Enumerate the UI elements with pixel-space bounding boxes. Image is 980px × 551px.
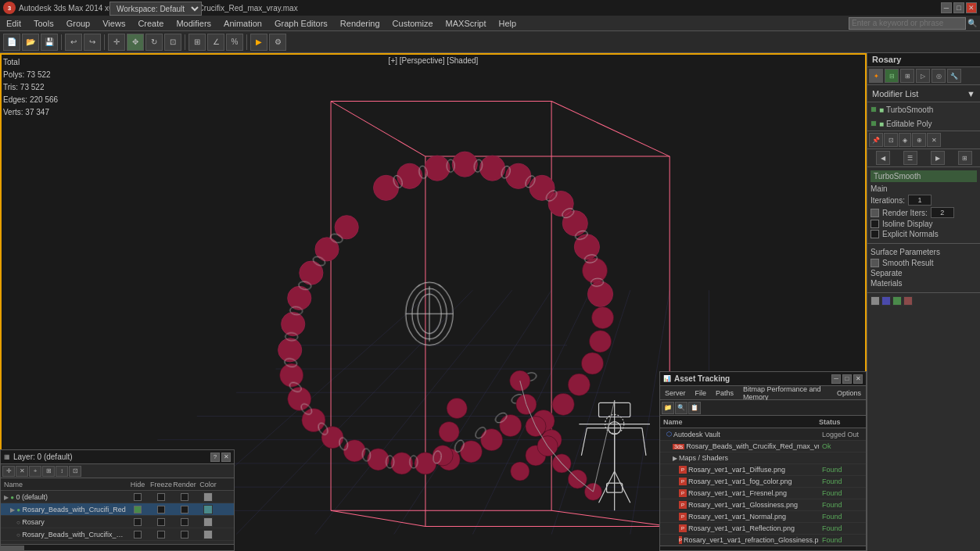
asset-scrollbar-h[interactable]: [660, 546, 866, 550]
layer-render-check-2[interactable]: [173, 506, 196, 513]
layer-color-4[interactable]: [196, 530, 220, 539]
layer-hide-check-3[interactable]: [126, 518, 149, 526]
asset-tool-1[interactable]: 📁: [662, 402, 674, 414]
menu-create[interactable]: Create: [131, 17, 170, 30]
workspace-selector[interactable]: Workspace: Default: [109, 2, 202, 16]
asset-tool-3[interactable]: 📋: [688, 402, 701, 414]
undo-button[interactable]: ↩: [65, 34, 82, 51]
layer-hide-check-2[interactable]: [126, 506, 149, 513]
nav-channels-icon[interactable]: ⊞: [958, 151, 972, 165]
asset-max-btn[interactable]: □: [842, 374, 852, 384]
new-button[interactable]: 📄: [3, 34, 20, 51]
layer-color[interactable]: [196, 492, 220, 502]
ts-render-iters-input[interactable]: [931, 207, 954, 218]
display-tab-icon[interactable]: ◎: [932, 69, 946, 83]
menu-help[interactable]: Help: [493, 17, 523, 30]
menu-modifiers[interactable]: Modifiers: [170, 17, 217, 30]
scale-button[interactable]: ⊡: [164, 34, 181, 51]
menu-maxscript[interactable]: MAXScript: [440, 17, 493, 30]
open-button[interactable]: 📂: [22, 34, 39, 51]
minimize-button[interactable]: ─: [941, 2, 952, 13]
snap-button[interactable]: ⊞: [188, 34, 206, 51]
maximize-button[interactable]: □: [953, 2, 964, 13]
ts-explicit-checkbox[interactable]: [871, 230, 879, 238]
menu-customize[interactable]: Customize: [386, 17, 440, 30]
layer-create-btn[interactable]: ✛: [2, 466, 15, 477]
layer-row[interactable]: ○ Rosary_Beads_with_Crucifix_Red: [1, 528, 234, 541]
render-button[interactable]: ▶: [250, 34, 267, 51]
layer-freeze-check[interactable]: [149, 493, 173, 501]
modifier-turbosmoooth[interactable]: ■ TurboSmooth: [867, 102, 980, 116]
asset-row-maxfile[interactable]: 3ds Rosary_Beads_with_Crucifix_Red_max_v…: [660, 441, 866, 453]
ts-iterations-input[interactable]: [908, 195, 932, 206]
asset-menu-bitmap[interactable]: Bitmap Performance and Memory: [738, 384, 832, 403]
asset-row-map-6[interactable]: P Rosary_ver1_var1_refraction_Glossiness…: [660, 535, 866, 546]
layer-freeze-check-3[interactable]: [149, 518, 173, 526]
layer-freeze-check-2[interactable]: [149, 506, 173, 513]
menu-tools[interactable]: Tools: [27, 17, 60, 30]
layer-hide-check-4[interactable]: [126, 531, 149, 538]
search-input[interactable]: [849, 17, 966, 30]
make-unique-icon[interactable]: ⊕: [912, 133, 926, 147]
asset-menu-server[interactable]: Server: [660, 388, 691, 399]
render-setup-button[interactable]: ⚙: [269, 34, 286, 51]
rotate-button[interactable]: ↻: [145, 34, 163, 51]
modifier-editable-poly[interactable]: ■ Editable Poly: [867, 116, 980, 131]
asset-row-map-2[interactable]: P Rosary_ver1_var1_Fresnel.png Found: [660, 488, 866, 499]
layer-sel-obj-btn[interactable]: ⊞: [42, 466, 55, 477]
layers-question-btn[interactable]: ?: [210, 453, 220, 462]
menu-graph-editors[interactable]: Graph Editors: [268, 17, 334, 30]
layer-merge-btn[interactable]: ⊡: [69, 466, 81, 477]
ts-isoline-checkbox[interactable]: [871, 220, 879, 228]
asset-min-btn[interactable]: ─: [831, 374, 841, 384]
asset-row-maps-group[interactable]: ▶ Maps / Shaders: [660, 453, 866, 464]
modify-tab-icon[interactable]: ⊟: [885, 69, 899, 83]
color-swatch-4[interactable]: [903, 296, 913, 306]
smooth-result-checkbox[interactable]: [871, 259, 879, 267]
menu-rendering[interactable]: Rendering: [334, 17, 386, 30]
layer-color-3[interactable]: [196, 517, 220, 527]
move-button[interactable]: ✥: [127, 34, 144, 51]
menu-group[interactable]: Group: [60, 17, 97, 30]
modifier-list-dropdown[interactable]: ▼: [967, 89, 975, 98]
asset-row-map-1[interactable]: P Rosary_ver1_var1_fog_color.png Found: [660, 476, 866, 488]
snap-percent-button[interactable]: %: [226, 34, 243, 51]
layers-close-btn[interactable]: ✕: [221, 453, 231, 462]
hierarchy-tab-icon[interactable]: ⊞: [900, 69, 914, 83]
redo-button[interactable]: ↪: [84, 34, 101, 51]
show-result-icon[interactable]: ◈: [899, 133, 911, 147]
menu-animation[interactable]: Animation: [217, 17, 268, 30]
color-swatch-3[interactable]: [892, 296, 902, 306]
layer-row[interactable]: ▶ ● Rosary_Beads_with_Crucifi_Red: [1, 503, 234, 516]
nav-pipeline-icon[interactable]: ☰: [903, 151, 917, 165]
asset-row-map-5[interactable]: P Rosary_ver1_var1_Reflection.png Found: [660, 523, 866, 535]
layer-render-check-3[interactable]: [173, 518, 196, 526]
layer-hide-check[interactable]: [126, 493, 149, 501]
asset-menu-file[interactable]: File: [691, 388, 712, 399]
asset-group-vault[interactable]: ⬡ Autodesk Vault Logged Out: [660, 428, 866, 441]
asset-row-map-0[interactable]: P Rosary_ver1_var1_Diffuse.png Found: [660, 464, 866, 476]
layer-add-sel-btn[interactable]: +: [29, 466, 41, 477]
layer-freeze-check-4[interactable]: [149, 531, 173, 538]
close-button[interactable]: ✕: [966, 2, 977, 13]
layer-render-check-4[interactable]: [173, 531, 196, 538]
layers-scrollbar-h[interactable]: [1, 544, 234, 550]
asset-close-btn[interactable]: ✕: [853, 374, 863, 384]
menu-views[interactable]: Views: [96, 17, 131, 30]
create-tab-icon[interactable]: ✦: [869, 69, 883, 83]
color-swatch-2[interactable]: [881, 296, 891, 306]
modifier-options-icon[interactable]: ⊡: [884, 133, 898, 147]
ts-render-iters-checkbox[interactable]: [871, 209, 879, 217]
asset-menu-paths[interactable]: Paths: [711, 388, 738, 399]
asset-row-map-3[interactable]: P Rosary_ver1_var1_Glossiness.png Found: [660, 499, 866, 511]
motion-tab-icon[interactable]: ▷: [916, 69, 930, 83]
pin-icon[interactable]: 📌: [869, 133, 883, 147]
nav-left-icon[interactable]: ◀: [876, 151, 890, 165]
color-swatch-1[interactable]: [871, 296, 880, 306]
asset-menu-options[interactable]: Options: [832, 388, 866, 399]
layer-render-check[interactable]: [173, 493, 196, 501]
asset-row-map-4[interactable]: P Rosary_ver1_var1_Normal.png Found: [660, 511, 866, 523]
utilities-tab-icon[interactable]: 🔧: [947, 69, 961, 83]
snap-angle-button[interactable]: ∠: [207, 34, 224, 51]
menu-edit[interactable]: Edit: [0, 17, 27, 30]
